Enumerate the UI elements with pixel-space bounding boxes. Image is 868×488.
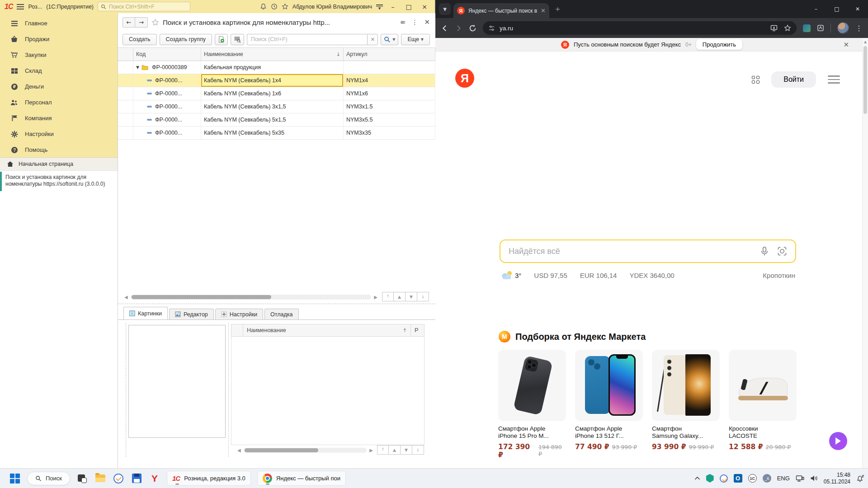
sidebar-item-nastroyki[interactable]: Настройки (0, 126, 118, 142)
images-header-name[interactable]: Наименование ↑ (243, 327, 410, 333)
tray-chevron-icon[interactable] (694, 476, 700, 480)
table-row[interactable]: ФР-0000... Кабель NYM (Севкабель) 3х1,5 … (118, 100, 435, 113)
tab-close-icon[interactable]: ✕ (541, 7, 546, 14)
page-scrollbar[interactable]: ▲ (862, 38, 868, 468)
reload-icon[interactable] (469, 24, 476, 32)
minimize-button[interactable]: – (387, 3, 399, 10)
alice-assistant-icon[interactable] (829, 432, 847, 450)
notice-close-icon[interactable]: ✕ (843, 41, 849, 49)
link-icon[interactable] (398, 19, 405, 26)
scroll-thumb[interactable] (863, 46, 867, 114)
more-actions-button[interactable]: Еще ▼ (401, 34, 430, 45)
counter-badge-icon[interactable]: _6 (763, 474, 771, 483)
open-window-item[interactable]: Поиск и установка картинок для номенклат… (0, 172, 118, 191)
add-image-button[interactable] (215, 34, 228, 45)
forward-arrow-button[interactable]: → (135, 17, 148, 28)
clear-search-icon[interactable]: ✕ (367, 34, 378, 45)
floppy-app-button[interactable] (131, 473, 142, 484)
sidebar-item-zakupki[interactable]: Закупки (0, 47, 118, 63)
back-arrow-button[interactable]: ← (123, 17, 135, 28)
table-hscrollbar[interactable]: ◀ ▶ (124, 292, 377, 301)
go-first-button[interactable]: ⤒ (382, 292, 394, 301)
clock[interactable]: 15:48 05.11.2024 (824, 472, 850, 485)
go-prev-button[interactable]: ▲ (394, 292, 406, 301)
go-first-button[interactable]: ⤒ (377, 445, 389, 455)
search-settings-button[interactable]: ▼ (381, 34, 398, 45)
expand-triangle-icon[interactable]: ▼ (136, 65, 139, 70)
rate-eur[interactable]: EUR 106,14 (580, 272, 617, 279)
notifications-bell-icon[interactable] (260, 3, 267, 10)
panel-close-icon[interactable]: ✕ (424, 18, 430, 26)
header-name[interactable]: Наименование↓ (201, 48, 344, 61)
main-menu-icon[interactable] (17, 3, 24, 11)
table-row-folder[interactable]: ▼ ФР-00000389 Кабельная продукция (118, 61, 435, 74)
login-button[interactable]: Войти (771, 71, 816, 88)
maximize-button[interactable]: □ (403, 3, 415, 10)
sidebar-item-sklad[interactable]: Склад (0, 63, 118, 79)
yandex-logo[interactable]: Я (455, 69, 474, 88)
bookmark-star-icon[interactable] (784, 24, 791, 32)
security-shield-icon[interactable] (706, 474, 714, 483)
language-indicator[interactable]: ENG (777, 475, 790, 482)
chrome-taskbar-app[interactable]: Яндекс — быстрый пои (257, 471, 346, 486)
chrome-close-button[interactable]: ✕ (847, 0, 868, 18)
extension-icon[interactable] (803, 24, 811, 32)
go-next-button[interactable]: ▼ (401, 445, 412, 455)
chrome-menu-icon[interactable]: ⋮ (855, 24, 863, 33)
tab-search-chevron-icon[interactable]: ▼ (439, 3, 451, 15)
global-search-field[interactable] (98, 2, 190, 11)
go-prev-button[interactable]: ▲ (389, 445, 401, 455)
start-button[interactable] (9, 473, 21, 484)
tray-check-icon[interactable] (720, 474, 728, 483)
product-card[interactable]: Смартфон Samsung Galaxy... 93 990 ₽ 99 9… (652, 350, 720, 459)
table-row-selected[interactable]: ФР-0000... Кабель NYM (Севкабель) 1х4 NY… (118, 74, 435, 87)
create-button[interactable]: Создать (123, 34, 157, 45)
table-row[interactable]: ФР-0000... Кабель NYM (Севкабель) 5х1,5 … (118, 113, 435, 127)
header-article[interactable]: Артикул (344, 48, 435, 61)
sidebar-item-dengi[interactable]: ₽ Деньги (0, 79, 118, 94)
onec-taskbar-app[interactable]: 1С Розница, редакция 3.0 (167, 471, 251, 486)
rate-usd[interactable]: USD 97,55 (534, 272, 567, 279)
task-view-button[interactable] (76, 473, 88, 484)
city-label[interactable]: Кропоткин (763, 272, 795, 279)
user-name[interactable]: Абдулов Юрий Владимирович (292, 4, 372, 10)
favorites-star-icon[interactable] (282, 3, 288, 10)
create-group-button[interactable]: Создать группу (160, 34, 212, 45)
product-card[interactable]: Кроссовки LACOSTE 12 588 ₽ 20 980 ₽ (729, 350, 797, 459)
rate-ydex[interactable]: YDEX 3640,00 (629, 272, 674, 279)
network-icon[interactable] (796, 475, 804, 482)
volume-icon[interactable] (810, 475, 818, 482)
outlook-icon[interactable]: O (734, 474, 742, 483)
onec-tray-icon[interactable]: 1С (748, 474, 757, 483)
service-menu-icon[interactable]: ▼ (376, 4, 383, 9)
continue-button[interactable]: Продолжить (696, 39, 742, 50)
file-explorer-button[interactable] (94, 473, 106, 484)
browser-tab[interactable]: Я Яндекс — быстрый поиск в и ✕ (453, 3, 549, 18)
more-menu-icon[interactable]: ⋮ (411, 19, 418, 26)
tab-redaktor[interactable]: Редактор (169, 309, 214, 320)
go-last-button[interactable]: ⤓ (412, 445, 424, 455)
sidebar-item-glavnoe[interactable]: Главное (0, 15, 118, 31)
site-settings-icon[interactable] (488, 25, 495, 32)
images-header-partial[interactable]: Р (410, 324, 424, 336)
page-menu-icon[interactable] (828, 73, 840, 86)
yandex-search-input[interactable] (509, 247, 752, 256)
install-icon[interactable] (770, 24, 778, 32)
product-card[interactable]: Смартфон Apple iPhone 15 Pro M... 172 39… (498, 350, 566, 459)
extension-icon[interactable] (817, 24, 824, 32)
go-last-button[interactable]: ⤓ (417, 292, 429, 301)
sidebar-item-personal[interactable]: Персонал (0, 94, 118, 110)
table-row[interactable]: ФР-0000... Кабель NYM (Севкабель) 1х6 NY… (118, 87, 435, 100)
tab-nastroyki[interactable]: Настройки (215, 309, 263, 320)
picture-preview-box[interactable] (128, 325, 226, 438)
voice-search-mic-icon[interactable] (760, 246, 769, 256)
yandex-browser-button[interactable]: Y (149, 473, 160, 484)
close-button[interactable]: × (419, 3, 430, 10)
images-table-body[interactable] (231, 337, 425, 445)
product-card[interactable]: Смартфон Apple iPhone 13 512 Г... 77 490… (575, 350, 643, 459)
browser-back-icon[interactable] (441, 24, 448, 32)
header-code[interactable]: Код (133, 48, 201, 61)
new-tab-button[interactable]: ＋ (554, 4, 561, 14)
pane-splitter[interactable] (228, 323, 229, 457)
favorite-star-icon[interactable] (151, 19, 159, 26)
